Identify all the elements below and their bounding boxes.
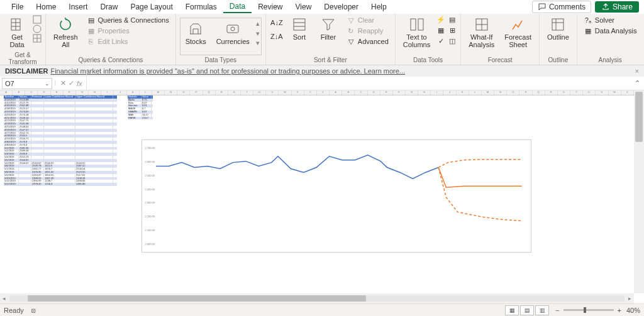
get-data-button[interactable]: Get Data [4,15,30,50]
group-label: Outline [543,55,573,65]
disclaimer-label: DISCLAIMER [5,67,48,75]
share-label: Share [613,3,633,11]
consolidate-icon[interactable]: ▤ [448,15,457,24]
status-bar: Ready ⦻ ▦ ▤ ▥ − + 40% [0,303,644,316]
menu-view[interactable]: View [289,1,318,13]
horizontal-scrollbar[interactable]: ◂ ▸ [0,293,634,303]
fx-icon[interactable]: fx [77,80,82,87]
sort-button[interactable]: Sort [286,15,313,43]
from-web-icon[interactable] [33,25,42,33]
comments-label: Comments [549,3,586,11]
menu-draw[interactable]: Draw [94,1,124,13]
data-valid-icon[interactable]: ✓ [436,36,445,45]
view-normal-button[interactable]: ▦ [505,305,519,315]
divider: ⁞ [54,79,57,87]
menu-formulas[interactable]: Formulas [179,1,223,13]
remove-dup-icon[interactable]: ▦ [436,26,445,35]
zoom-level[interactable]: 40% [626,307,640,314]
text-to-columns-button[interactable]: Text to Columns [399,15,434,50]
menu-page-layout[interactable]: Page Layout [124,1,179,13]
clear-button[interactable]: ▽Clear [344,15,391,25]
enter-formula-icon[interactable]: ✓ [69,79,74,87]
sort-desc-button[interactable]: Z↓A [270,31,284,41]
what-if-button[interactable]: What-If Analysis [465,15,498,50]
menu-review[interactable]: Review [252,1,289,13]
view-page-layout-button[interactable]: ▤ [520,305,534,315]
accessibility-icon[interactable]: ⦻ [30,307,37,314]
currencies-label: Currencies [216,38,250,45]
forecast-table[interactable]: TimelineValuesForecastLower Confidence B… [4,95,117,186]
forecast-chart[interactable]: 2,700.002,600.002,500.002,400.002,300.00… [142,139,531,253]
chevron-down-icon[interactable]: ⌄ [45,80,52,87]
view-page-break-button[interactable]: ▥ [535,305,549,315]
forecast-icon [511,17,526,32]
ttc-label: Text to Columns [403,33,430,48]
svg-rect-7 [411,19,416,30]
zoom-slider[interactable] [564,309,614,311]
svg-rect-1 [33,16,41,23]
edit-links-button[interactable]: ⎘Edit Links [84,36,172,46]
group-data-tools: Text to Columns ⚡ ▦ ✓ ▤ ⊞ ◫ Data Tools [396,14,461,65]
group-forecast: What-If Analysis Forecast Sheet Forecast [461,14,540,65]
properties-icon: ▦ [87,26,96,35]
data-model-icon[interactable]: ◫ [448,36,457,45]
share-icon [601,3,610,11]
sort-asc-button[interactable]: A↓Z [270,18,284,28]
scroll-up-icon[interactable]: ▴ [256,19,260,28]
name-box-value: O7 [5,80,14,87]
group-label: Queries & Connections [50,55,172,65]
from-text-icon[interactable] [33,15,42,24]
refresh-all-button[interactable]: Refresh All [50,15,82,50]
stocks-button[interactable]: Stocks [182,19,210,47]
data-analysis-button[interactable]: ▦Data Analysis [581,26,640,36]
scroll-thumb[interactable] [635,92,643,142]
what-if-icon [474,17,489,32]
group-label: Data Tools [399,55,457,65]
comments-button[interactable]: Comments [532,1,591,13]
filter-label: Filter [321,33,336,41]
name-box[interactable]: O7 ⌄ [2,78,52,89]
scroll-thumb[interactable] [28,295,366,302]
reapply-button[interactable]: ↻Reapply [344,26,391,36]
menu-data[interactable]: Data [223,1,252,13]
y-axis-labels: 2,700.002,600.002,500.002,400.002,300.00… [143,146,155,246]
menu-help[interactable]: Help [365,1,393,13]
solver-icon: ?ₐ [584,16,592,25]
vertical-scrollbar[interactable] [634,90,644,293]
group-data-types: Stocks Currencies ▴ ▾ ▾ Data Types [176,14,266,65]
forecast-sheet-button[interactable]: Forecast Sheet [501,15,535,50]
stats-table[interactable]: StatisticValueAlpha0.75Beta0.07Gamma0.01… [128,95,153,119]
sort-icon [292,17,307,32]
currencies-button[interactable]: Currencies [213,19,253,47]
menu-home[interactable]: Home [30,1,62,13]
disclaimer-close-icon[interactable]: × [635,67,639,75]
zoom-in-button[interactable]: + [618,307,621,314]
filter-icon [321,17,336,32]
solver-button[interactable]: ?ₐSolver [581,15,640,25]
group-label: Forecast [465,55,535,65]
svg-rect-8 [418,19,423,30]
flash-fill-icon[interactable]: ⚡ [436,15,445,24]
group-queries: Refresh All ▤Queries & Connections ▦Prop… [46,14,176,65]
zoom-out-button[interactable]: − [555,307,559,314]
filter-button[interactable]: Filter [315,15,341,43]
menu-developer[interactable]: Developer [318,1,365,13]
scroll-down-icon[interactable]: ▾ [256,30,260,38]
stocks-label: Stocks [186,38,206,45]
properties-button[interactable]: ▦Properties [84,26,172,36]
scroll-left-icon[interactable]: ◂ [0,295,8,302]
cancel-formula-icon[interactable]: ✕ [60,79,66,87]
queries-connections-button[interactable]: ▤Queries & Connections [84,15,172,25]
menu-insert[interactable]: Insert [62,1,94,13]
outline-button[interactable]: Outline [543,15,573,43]
from-table-icon[interactable] [33,34,42,43]
scroll-track[interactable] [9,295,625,302]
more-types-icon[interactable]: ▾ [256,39,260,47]
expand-formula-icon[interactable]: ⌃ [631,79,644,87]
relationships-icon[interactable]: ⊞ [448,26,457,35]
advanced-button[interactable]: ▽Advanced [344,36,391,46]
menu-file[interactable]: File [5,1,30,13]
scroll-right-icon[interactable]: ▸ [626,295,634,302]
worksheet[interactable]: ABCDEFGHIJKLMNOPQRSTUVWXYZABCDEFGHIJKLMN… [0,90,644,303]
share-button[interactable]: Share [595,1,639,13]
